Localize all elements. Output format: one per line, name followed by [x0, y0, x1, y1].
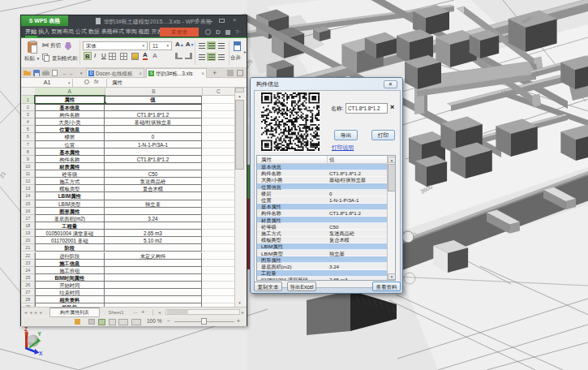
svg-text:Y: Y: [38, 331, 42, 337]
svg-text:Z: Z: [24, 326, 28, 332]
svg-text:X: X: [39, 351, 43, 356]
